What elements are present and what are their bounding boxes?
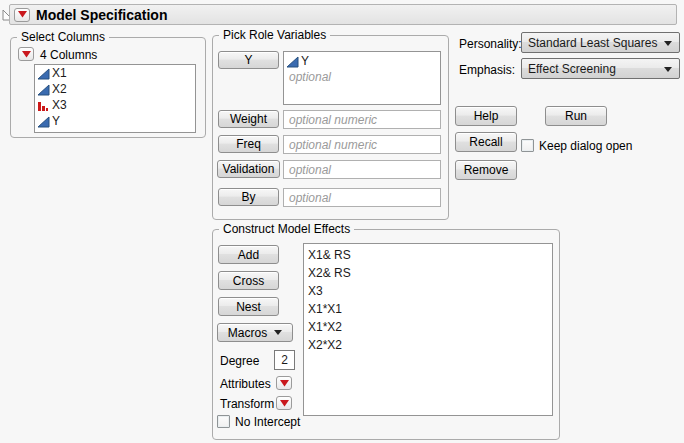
emphasis-label: Emphasis: <box>459 63 515 77</box>
column-label: X1 <box>52 66 67 80</box>
cross-effect-button[interactable]: Cross <box>218 271 279 290</box>
list-item[interactable]: X1*X2 <box>304 318 552 336</box>
transform-red-triangle-menu-icon[interactable] <box>276 396 292 410</box>
transform-label: Transform <box>220 397 274 411</box>
freq-role-field[interactable]: optional numeric <box>283 135 441 154</box>
validation-placeholder: optional <box>289 163 331 177</box>
nominal-icon <box>37 99 51 112</box>
by-role-field[interactable]: optional <box>283 188 441 207</box>
nest-effect-button[interactable]: Nest <box>218 297 279 316</box>
weight-placeholder: optional numeric <box>289 113 377 127</box>
effects-listbox[interactable]: X1& RS X2& RS X3 X1*X1 X1*X2 X2*X2 <box>303 243 553 416</box>
keep-dialog-open-label: Keep dialog open <box>539 139 632 153</box>
no-intercept-checkbox[interactable] <box>217 415 230 428</box>
weight-role-field[interactable]: optional numeric <box>283 110 441 129</box>
columns-listbox[interactable]: X1 X2 X3 Y <box>34 64 196 133</box>
degree-input[interactable]: 2 <box>274 350 295 370</box>
recall-button[interactable]: Recall <box>455 132 517 152</box>
by-placeholder: optional <box>289 191 331 205</box>
personality-select[interactable]: Standard Least Squares <box>521 32 680 53</box>
macros-menu-button[interactable]: Macros <box>217 323 293 342</box>
run-button[interactable]: Run <box>545 106 607 126</box>
pick-roles-legend: Pick Role Variables <box>219 28 330 42</box>
select-columns-legend: Select Columns <box>17 30 109 44</box>
column-label: Y <box>52 114 60 128</box>
freq-placeholder: optional numeric <box>289 138 377 152</box>
columns-red-triangle-menu-icon[interactable] <box>18 47 34 61</box>
pick-role-variables-panel: Pick Role Variables Y Y optional Weight … <box>212 35 449 220</box>
page-title: Model Specification <box>36 7 167 23</box>
list-item[interactable]: X1*X1 <box>304 300 552 318</box>
red-triangle-menu-icon[interactable] <box>14 8 30 22</box>
validation-role-button[interactable]: Validation <box>217 160 280 178</box>
add-effect-button[interactable]: Add <box>218 245 279 264</box>
weight-role-button[interactable]: Weight <box>218 110 279 128</box>
attributes-label: Attributes <box>220 377 271 391</box>
chevron-down-icon <box>664 41 672 46</box>
emphasis-select[interactable]: Effect Screening <box>521 58 680 79</box>
list-item[interactable]: Y <box>35 113 195 129</box>
continuous-icon <box>37 67 51 80</box>
emphasis-value: Effect Screening <box>528 62 616 76</box>
y-role-button[interactable]: Y <box>218 51 279 69</box>
list-item[interactable]: X2& RS <box>304 264 552 282</box>
model-effects-legend: Construct Model Effects <box>219 222 354 236</box>
continuous-icon <box>286 55 300 68</box>
personality-label: Personality: <box>459 37 522 51</box>
list-item[interactable]: X3 <box>304 282 552 300</box>
y-optional-hint: optional <box>284 69 440 85</box>
personality-value: Standard Least Squares <box>528 36 657 50</box>
list-item[interactable]: X1& RS <box>304 246 552 264</box>
validation-role-field[interactable]: optional <box>283 160 441 179</box>
degree-label: Degree <box>220 354 259 368</box>
select-columns-panel: Select Columns 4 Columns X1 X2 <box>10 37 206 138</box>
chevron-down-icon <box>274 330 282 335</box>
construct-model-effects-panel: Construct Model Effects Add Cross Nest M… <box>212 229 560 440</box>
list-item[interactable]: X2*X2 <box>304 336 552 354</box>
y-role-listbox[interactable]: Y optional <box>283 51 441 105</box>
list-item[interactable]: Y <box>284 53 440 69</box>
columns-count-label: 4 Columns <box>40 48 97 62</box>
continuous-icon <box>37 115 51 128</box>
role-item-label: Y <box>301 54 309 68</box>
remove-button[interactable]: Remove <box>455 160 517 180</box>
macros-button-label: Macros <box>228 326 267 340</box>
list-item[interactable]: X2 <box>35 81 195 97</box>
column-label: X2 <box>52 82 67 96</box>
continuous-icon <box>37 83 51 96</box>
outline-header: Model Specification <box>9 4 677 25</box>
no-intercept-label: No Intercept <box>235 415 300 429</box>
attributes-red-triangle-menu-icon[interactable] <box>276 376 292 390</box>
keep-dialog-open-checkbox[interactable] <box>521 139 534 152</box>
column-label: X3 <box>52 98 67 112</box>
help-button[interactable]: Help <box>455 106 517 126</box>
by-role-button[interactable]: By <box>218 188 279 206</box>
list-item[interactable]: X3 <box>35 97 195 113</box>
list-item[interactable]: X1 <box>35 65 195 81</box>
chevron-down-icon <box>664 67 672 72</box>
freq-role-button[interactable]: Freq <box>218 135 279 153</box>
